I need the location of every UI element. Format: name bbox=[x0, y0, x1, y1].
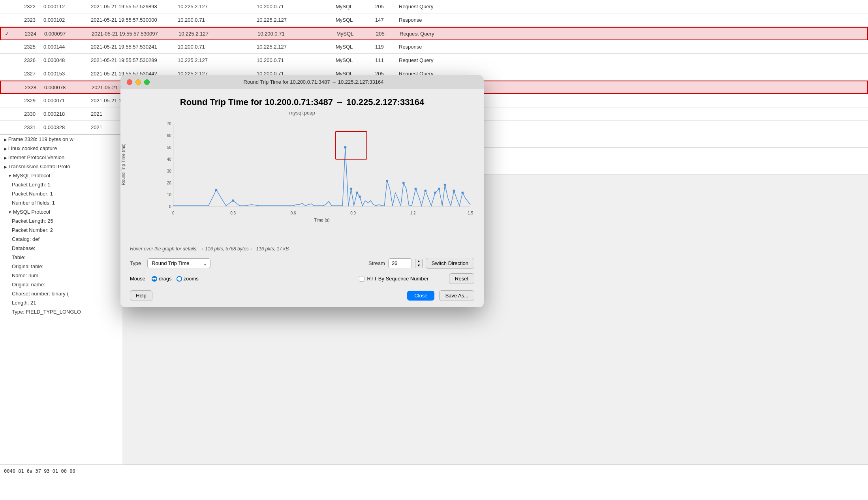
stream-group: Stream ▲ ▼ Switch Direction bbox=[368, 258, 474, 269]
row-info: Response bbox=[399, 17, 864, 23]
close-traffic-light[interactable] bbox=[127, 79, 132, 85]
radio-drags[interactable]: drags bbox=[152, 276, 172, 282]
row-dst: 10.200.0.71 bbox=[257, 57, 336, 63]
detail-item[interactable]: Catalog: def bbox=[0, 235, 122, 244]
svg-text:1.5: 1.5 bbox=[468, 211, 473, 215]
detail-item[interactable]: Table: bbox=[0, 253, 122, 262]
detail-item[interactable]: Internet Protocol Version bbox=[0, 153, 122, 162]
row-datetime: 2021-05-21 19:55:57.530000 bbox=[91, 17, 178, 23]
switch-direction-button[interactable]: Switch Direction bbox=[426, 258, 474, 269]
svg-point-35 bbox=[438, 188, 440, 190]
svg-point-31 bbox=[402, 182, 405, 184]
detail-item[interactable]: Packet Number: 1 bbox=[0, 189, 122, 198]
rtt-checkbox[interactable] bbox=[359, 276, 364, 282]
row-num: 2328 bbox=[13, 85, 44, 90]
detail-item[interactable]: Type: FIELD_TYPE_LONGLO bbox=[0, 307, 122, 316]
detail-item[interactable]: Database: bbox=[0, 244, 122, 253]
detail-item[interactable]: Charset number: binary ( bbox=[0, 289, 122, 298]
row-len: 119 bbox=[375, 44, 399, 50]
row-num: 2323 bbox=[12, 17, 43, 23]
row-time: 0.000328 bbox=[43, 124, 91, 130]
row-dst: 10.200.0.71 bbox=[257, 31, 336, 37]
svg-point-30 bbox=[386, 180, 388, 182]
save-as-button[interactable]: Save As... bbox=[439, 290, 474, 301]
svg-point-36 bbox=[444, 184, 446, 186]
radio-zooms-label: zooms bbox=[184, 276, 199, 282]
hex-content: 0040 81 6a 37 93 01 00 00 bbox=[4, 468, 75, 474]
detail-item[interactable]: Name: num bbox=[0, 271, 122, 280]
svg-text:0.3: 0.3 bbox=[230, 211, 236, 215]
row-src: 10.225.2.127 bbox=[178, 31, 257, 37]
packet-row[interactable]: 2322 0.000112 2021-05-21 19:55:57.529898… bbox=[0, 0, 868, 13]
row-len: 205 bbox=[375, 4, 399, 9]
rtt-checkbox-item[interactable]: RTT By Sequence Number bbox=[359, 276, 428, 282]
stream-up-button[interactable]: ▲ bbox=[415, 259, 422, 263]
row-dst: 10.225.2.127 bbox=[257, 17, 336, 23]
detail-item[interactable]: Original name: bbox=[0, 280, 122, 289]
detail-item[interactable]: Packet Length: 25 bbox=[0, 216, 122, 226]
row-num: 2331 bbox=[12, 124, 43, 130]
packet-row[interactable]: 2325 0.000144 2021-05-21 19:55:57.530241… bbox=[0, 40, 868, 54]
mouse-label: Mouse bbox=[130, 276, 145, 282]
svg-point-40 bbox=[344, 146, 346, 148]
type-label: Type bbox=[130, 260, 141, 266]
svg-text:40: 40 bbox=[167, 157, 171, 162]
y-axis-label: Round Trip Time (ms) bbox=[121, 143, 126, 185]
row-dst: 10.225.2.127 bbox=[257, 44, 336, 50]
radio-zooms-circle[interactable] bbox=[177, 276, 182, 282]
row-len: 205 bbox=[376, 31, 400, 37]
stream-stepper[interactable]: ▲ ▼ bbox=[415, 259, 423, 268]
row-src: 10.200.0.71 bbox=[178, 44, 257, 50]
row-info: Request Query bbox=[399, 4, 864, 9]
radio-drags-circle[interactable] bbox=[152, 276, 157, 282]
detail-item[interactable]: Original table: bbox=[0, 262, 122, 271]
chart-wrapper: Round Trip Time (ms) 0 bbox=[130, 120, 474, 246]
stream-down-button[interactable]: ▼ bbox=[415, 263, 422, 268]
detail-item[interactable]: Linux cooked capture bbox=[0, 144, 122, 153]
rtt-modal: Round Trip Time for 10.200.0.71:3487 → 1… bbox=[120, 75, 484, 307]
svg-point-29 bbox=[359, 195, 361, 198]
reset-button[interactable]: Reset bbox=[449, 273, 474, 284]
row-time: 0.000097 bbox=[44, 31, 92, 37]
svg-point-32 bbox=[415, 188, 417, 190]
detail-item[interactable]: MySQL Protocol bbox=[0, 171, 122, 180]
maximize-traffic-light[interactable] bbox=[144, 79, 150, 85]
svg-text:0.9: 0.9 bbox=[350, 211, 356, 215]
detail-item[interactable]: Packet Length: 1 bbox=[0, 180, 122, 189]
detail-item[interactable]: Length: 21 bbox=[0, 298, 122, 307]
svg-point-37 bbox=[453, 190, 455, 192]
help-button[interactable]: Help bbox=[130, 290, 152, 301]
detail-item[interactable]: Transmission Control Proto bbox=[0, 162, 122, 171]
svg-text:60: 60 bbox=[167, 133, 171, 138]
detail-item[interactable]: Packet Number: 2 bbox=[0, 226, 122, 235]
type-select[interactable]: Round Trip Time Throughput Time/Sequence bbox=[147, 258, 210, 268]
detail-item[interactable]: Frame 2328: 119 bytes on w bbox=[0, 135, 122, 144]
detail-item[interactable]: Number of fields: 1 bbox=[0, 198, 122, 207]
row-time: 0.000071 bbox=[43, 98, 91, 103]
row-datetime: 2021-05-21 19:55:57.530289 bbox=[91, 57, 178, 63]
row-num: 2326 bbox=[12, 57, 43, 63]
svg-point-25 bbox=[232, 199, 234, 202]
svg-text:Time (s): Time (s) bbox=[314, 218, 330, 222]
chart-title: Round Trip Time for 10.200.0.71:3487 → 1… bbox=[130, 97, 474, 107]
radio-zooms[interactable]: zooms bbox=[177, 276, 199, 282]
stream-input[interactable] bbox=[388, 258, 412, 268]
detail-item[interactable]: MySQL Protocol bbox=[0, 207, 122, 216]
close-button[interactable]: Close bbox=[407, 291, 434, 301]
traffic-lights bbox=[127, 79, 150, 85]
packet-row[interactable]: ✓ 2324 0.000097 2021-05-21 19:55:57.5300… bbox=[0, 27, 868, 40]
svg-text:50: 50 bbox=[167, 145, 171, 150]
packet-row[interactable]: 2323 0.000102 2021-05-21 19:55:57.530000… bbox=[0, 13, 868, 27]
controls-row: Type Round Trip Time Throughput Time/Seq… bbox=[130, 258, 474, 269]
minimize-traffic-light[interactable] bbox=[135, 79, 141, 85]
packet-row[interactable]: 2326 0.000048 2021-05-21 19:55:57.530289… bbox=[0, 54, 868, 67]
row-src: 10.225.2.127 bbox=[178, 57, 257, 63]
row-time: 0.000112 bbox=[43, 4, 91, 9]
row-datetime: 2021-05-21 19:55:57.530241 bbox=[91, 44, 178, 50]
type-select-wrapper[interactable]: Round Trip Time Throughput Time/Sequence bbox=[147, 258, 210, 268]
row-proto: MySQL bbox=[336, 31, 376, 37]
row-num: 2325 bbox=[12, 44, 43, 50]
rtt-chart-svg: 0 10 20 30 40 50 60 70 0 0.3 0.6 0.9 1.2… bbox=[162, 120, 474, 226]
svg-text:30: 30 bbox=[167, 169, 171, 173]
row-num: 2327 bbox=[12, 71, 43, 77]
